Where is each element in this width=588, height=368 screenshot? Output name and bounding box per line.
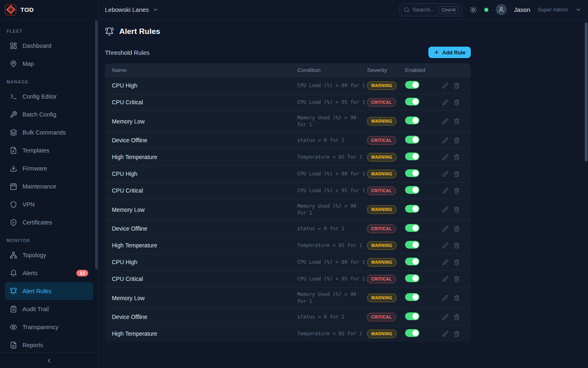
enabled-toggle[interactable] — [405, 169, 419, 177]
section-title: Threshold Rules — [105, 49, 149, 56]
chevron-left-icon — [46, 357, 52, 364]
delete-icon[interactable] — [454, 83, 460, 89]
edit-icon[interactable] — [442, 171, 448, 177]
edit-icon[interactable] — [442, 242, 448, 249]
delete-icon[interactable] — [454, 314, 460, 320]
enabled-toggle[interactable] — [405, 153, 419, 160]
enabled-toggle[interactable] — [405, 329, 419, 337]
delete-icon[interactable] — [454, 226, 460, 232]
sidebar-item-dashboard[interactable]: Dashboard — [5, 37, 93, 55]
sidebar-item-map[interactable]: Map — [5, 55, 93, 73]
edit-icon[interactable] — [442, 137, 448, 144]
rule-condition: status = 0 for 1 — [297, 222, 367, 236]
delete-icon[interactable] — [454, 206, 460, 213]
edit-icon[interactable] — [442, 259, 448, 265]
sidebar-item-topology[interactable]: Topology — [5, 246, 93, 264]
sidebar-item-alerts[interactable]: Alerts 13 — [5, 264, 93, 282]
enabled-toggle[interactable] — [405, 205, 419, 213]
delete-icon[interactable] — [454, 99, 460, 105]
shield-icon — [10, 201, 17, 208]
delete-icon[interactable] — [454, 295, 460, 301]
enabled-toggle[interactable] — [405, 258, 419, 265]
enabled-toggle[interactable] — [405, 312, 419, 320]
threshold-rules-header: Threshold Rules Add Rule — [105, 47, 471, 58]
enabled-toggle[interactable] — [405, 98, 419, 105]
rule-condition: CPU Load (%) > 95 for 1 — [297, 95, 367, 110]
sidebar-item-bulk-commands[interactable]: Bulk Commands — [5, 123, 93, 141]
delete-icon[interactable] — [454, 137, 460, 144]
table-body: CPU High CPU Load (%) > 80 for 1 WARNING… — [105, 77, 471, 342]
sidebar-item-templates[interactable]: Templates — [5, 141, 93, 159]
edit-icon[interactable] — [442, 83, 448, 89]
edit-icon[interactable] — [442, 154, 448, 160]
edit-icon[interactable] — [442, 188, 448, 194]
delete-icon[interactable] — [454, 118, 460, 124]
rule-name: Memory Low — [105, 290, 297, 306]
severity-badge: WARNING — [367, 330, 396, 338]
eye-icon — [10, 323, 17, 331]
enabled-toggle[interactable] — [405, 117, 419, 124]
add-rule-button[interactable]: Add Rule — [428, 47, 471, 58]
edit-icon[interactable] — [442, 276, 448, 282]
edit-icon[interactable] — [442, 331, 448, 337]
sidebar-item-config-editor[interactable]: Config Editor — [5, 88, 93, 105]
sidebar-item-batch-config[interactable]: Batch Config — [5, 105, 93, 123]
page-title-row: Alert Rules — [105, 27, 581, 36]
enabled-toggle[interactable] — [405, 224, 419, 232]
org-switcher[interactable]: Lebowski Lanes — [105, 6, 158, 13]
sidebar-item-vpn[interactable]: VPN — [5, 195, 93, 213]
delete-icon[interactable] — [454, 154, 460, 160]
user-menu-chevron-icon[interactable] — [575, 7, 581, 13]
delete-icon[interactable] — [454, 331, 460, 337]
connection-status-dot — [484, 8, 488, 12]
table-row: Device Offline status = 0 for 1 CRITICAL — [105, 220, 471, 237]
rule-name: CPU High — [105, 166, 297, 182]
sidebar-item-certificates[interactable]: Certificates — [5, 213, 93, 231]
enabled-toggle[interactable] — [405, 241, 419, 249]
dashboard-icon — [10, 42, 17, 49]
search-icon — [404, 7, 410, 13]
rule-name: CPU Critical — [105, 94, 297, 110]
severity-badge: WARNING — [367, 294, 396, 302]
main-area: Lebowski Lanes Search... Cmd+K Jason Sup… — [98, 0, 588, 368]
edit-icon[interactable] — [442, 314, 448, 320]
sidebar-collapse-button[interactable] — [0, 352, 98, 368]
sidebar-scrollbar[interactable] — [95, 20, 98, 269]
enabled-toggle[interactable] — [405, 186, 419, 194]
edit-icon[interactable] — [442, 118, 448, 124]
delete-icon[interactable] — [454, 242, 460, 249]
page-content: Alert Rules Threshold Rules Add Rule Nam… — [98, 20, 588, 368]
delete-icon[interactable] — [454, 188, 460, 194]
enabled-toggle[interactable] — [405, 81, 419, 89]
delete-icon[interactable] — [454, 276, 460, 282]
rule-condition: status = 0 for 1 — [297, 133, 367, 148]
sidebar-item-transparency[interactable]: Transparency — [5, 318, 93, 336]
main-scrollbar[interactable] — [585, 22, 588, 162]
sidebar-item-firmware[interactable]: Firmware — [5, 159, 93, 177]
avatar[interactable] — [496, 4, 507, 15]
sidebar-nav: FLEET Dashboard Map MANAGE Config Editor… — [0, 20, 98, 352]
severity-badge: CRITICAL — [367, 224, 396, 233]
rule-condition: Temperature > 65 for 1 — [297, 150, 367, 164]
delete-icon[interactable] — [454, 259, 460, 265]
edit-icon[interactable] — [442, 226, 448, 232]
sidebar-item-audit-trail[interactable]: Audit Trail — [5, 300, 93, 318]
shield-check-icon — [10, 219, 17, 226]
edit-icon[interactable] — [442, 99, 448, 105]
topbar-right: Search... Cmd+K Jason Super Admin — [399, 3, 581, 16]
table-row: High Temperature Temperature > 65 for 1 … — [105, 237, 471, 254]
sidebar-item-reports[interactable]: Reports — [5, 336, 93, 352]
rule-condition: CPU Load (%) > 95 for 1 — [297, 272, 367, 286]
sidebar-item-alert-rules[interactable]: Alert Rules — [5, 282, 93, 300]
edit-icon[interactable] — [442, 295, 448, 301]
sidebar-item-maintenance[interactable]: Maintenance — [5, 177, 93, 195]
section-label-monitor: MONITOR — [7, 238, 91, 243]
rule-condition: CPU Load (%) > 95 for 1 — [297, 184, 367, 198]
theme-toggle-icon[interactable] — [470, 6, 477, 13]
delete-icon[interactable] — [454, 171, 460, 177]
enabled-toggle[interactable] — [405, 274, 419, 282]
search-input[interactable]: Search... Cmd+K — [399, 3, 462, 16]
edit-icon[interactable] — [442, 206, 448, 213]
enabled-toggle[interactable] — [405, 136, 419, 144]
enabled-toggle[interactable] — [405, 293, 419, 301]
